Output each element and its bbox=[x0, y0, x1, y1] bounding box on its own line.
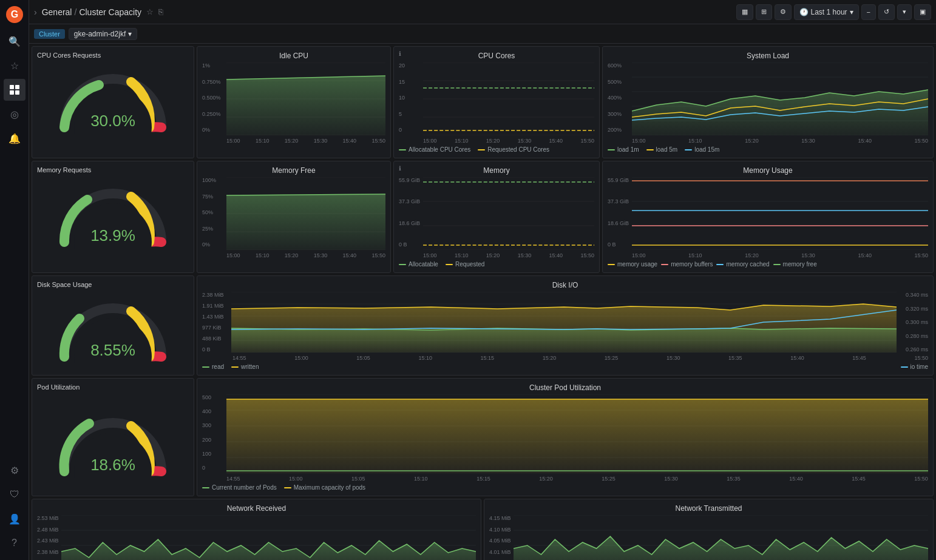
memory-usage-title: Memory Usage bbox=[608, 166, 928, 175]
svg-marker-31 bbox=[226, 194, 385, 250]
main-content: CPU Cores Requests 30.0% Idl bbox=[29, 44, 936, 560]
legend-mem-usage: memory usage bbox=[608, 261, 657, 268]
cpu-cores-chart-container: 20151050 bbox=[399, 62, 594, 144]
cluster-pod-panel: Cluster Pod Utilization 5004003002001000 bbox=[197, 378, 934, 496]
row-2: Memory Requests 13.9% Memory Free 100%75… bbox=[32, 161, 934, 273]
cpu-cores-requests-title: CPU Cores Requests bbox=[37, 52, 101, 59]
cluster-selector[interactable]: gke-admin-d2jkf ▾ bbox=[69, 28, 137, 40]
chevron-down-btn[interactable]: ▾ bbox=[897, 4, 912, 20]
sidebar-item-settings[interactable]: ⚙ bbox=[4, 459, 25, 481]
network-received-y-labels: 2.53 MiB2.48 MiB2.43 MiB2.38 MiB2.34 MiB bbox=[37, 515, 60, 560]
sidebar-item-user[interactable]: 👤 bbox=[4, 508, 25, 530]
sidebar-item-dashboards[interactable] bbox=[4, 79, 25, 101]
network-transmitted-title: Network Transmitted bbox=[489, 504, 928, 513]
system-load-chart-container: 600%500%400%300%200% bbox=[608, 62, 928, 144]
svg-marker-56 bbox=[226, 399, 928, 473]
svg-text:G: G bbox=[10, 9, 18, 19]
cluster-pod-y-labels: 5004003002001000 bbox=[202, 394, 225, 471]
time-range-picker[interactable]: 🕐 Last 1 hour ▾ bbox=[794, 4, 859, 20]
refresh-btn[interactable]: ↺ bbox=[878, 4, 895, 20]
legend-current-pods: Current number of Pods bbox=[202, 484, 277, 491]
row-3: Disk Space Usage 8.55% Disk I/O 2.38 MiB… bbox=[32, 275, 934, 376]
legend-mem-free: memory free bbox=[773, 261, 817, 268]
breadcrumb-current: Cluster Capacity bbox=[79, 7, 141, 17]
cluster-pod-legend: Current number of Pods Maximum capacity … bbox=[202, 484, 928, 491]
svg-rect-5 bbox=[15, 90, 19, 95]
cpu-cores-y-labels: 20151050 bbox=[399, 62, 422, 133]
settings-btn[interactable]: ⚙ bbox=[775, 4, 792, 20]
dashboard-settings-btn[interactable]: ▦ bbox=[736, 4, 753, 20]
clock-icon: 🕐 bbox=[799, 8, 809, 16]
sidebar-item-explore[interactable]: ◎ bbox=[4, 103, 25, 125]
info-icon: ℹ bbox=[399, 50, 401, 57]
disk-space-gauge: 8.55% bbox=[52, 293, 174, 366]
breadcrumb: General / Cluster Capacity bbox=[42, 7, 141, 17]
cpu-cores-requests-panel: CPU Cores Requests 30.0% bbox=[32, 46, 194, 158]
sidebar: G 🔍 ☆ ◎ 🔔 ⚙ 🛡 👤 ? bbox=[0, 0, 29, 560]
disk-space-value: 8.55% bbox=[90, 341, 135, 360]
memory-free-title: Memory Free bbox=[202, 166, 385, 175]
pod-utilization-gauge: 18.6% bbox=[52, 396, 174, 487]
tv-mode-btn[interactable]: ▣ bbox=[914, 4, 931, 20]
memory-usage-chart-container: 55.9 GiB37.3 GiB18.6 GiB0 B bbox=[608, 177, 928, 258]
legend-read: read bbox=[202, 363, 224, 370]
time-range-label: Last 1 hour bbox=[811, 8, 847, 16]
cluster-tag: Cluster bbox=[34, 29, 65, 39]
sidebar-item-shield[interactable]: 🛡 bbox=[4, 484, 25, 505]
sidebar-item-help[interactable]: ? bbox=[4, 532, 25, 554]
cluster-pod-x-labels: 14:5515:0015:0515:1015:1515:2015:2515:30… bbox=[226, 476, 928, 482]
network-transmitted-panel: Network Transmitted 4.15 MiB4.10 MiB4.05… bbox=[484, 499, 934, 560]
memory-chart bbox=[423, 177, 594, 251]
network-received-chart-container: 2.53 MiB2.48 MiB2.43 MiB2.38 MiB2.34 MiB bbox=[37, 515, 476, 560]
system-load-x-labels: 15:0015:1015:2015:3015:4015:50 bbox=[632, 138, 928, 144]
legend-allocatable-mem: Allocatable bbox=[399, 261, 438, 268]
share-icon[interactable]: ⎘ bbox=[158, 7, 163, 16]
app-logo[interactable]: G bbox=[5, 5, 24, 24]
idle-cpu-chart-container: 1%0.750%0.500%0.250%0% bbox=[202, 62, 385, 144]
star-icon[interactable]: ☆ bbox=[146, 7, 154, 16]
topbar: › General / Cluster Capacity ☆ ⎘ ▦ ⊞ ⚙ 🕐… bbox=[29, 0, 936, 24]
memory-chart-container: 55.9 GiB37.3 GiB18.6 GiB0 B bbox=[399, 177, 594, 258]
svg-rect-3 bbox=[15, 85, 19, 89]
cpu-cores-title: CPU Cores bbox=[399, 52, 594, 60]
cluster-value: gke-admin-d2jkf bbox=[74, 30, 126, 38]
add-panel-btn[interactable]: ⊞ bbox=[756, 4, 772, 20]
legend-load5m: load 5m bbox=[646, 146, 678, 153]
idle-cpu-y-labels: 1%0.750%0.500%0.250%0% bbox=[202, 62, 225, 133]
disk-space-title: Disk Space Usage bbox=[37, 281, 92, 288]
add-panel-icon: ⊞ bbox=[761, 8, 767, 16]
system-load-chart bbox=[632, 62, 928, 137]
disk-io-x-labels: 14:5515:0015:0515:1015:1515:2015:2515:30… bbox=[232, 355, 928, 361]
disk-io-title: Disk I/O bbox=[202, 281, 928, 289]
disk-io-y-left: 2.38 MiB1.91 MiB1.43 MiB977 KiB488 KiB0 … bbox=[202, 292, 231, 353]
svg-rect-4 bbox=[10, 90, 14, 95]
sidebar-toggle[interactable]: › bbox=[34, 7, 37, 17]
cpu-cores-chart bbox=[423, 62, 594, 137]
disk-io-chart-container: 2.38 MiB1.91 MiB1.43 MiB977 KiB488 KiB0 … bbox=[202, 292, 928, 354]
sidebar-item-starred[interactable]: ☆ bbox=[4, 55, 25, 76]
legend-mem-buffers: memory buffers bbox=[661, 261, 713, 268]
sidebar-item-alerting[interactable]: 🔔 bbox=[4, 127, 25, 149]
subnav: Cluster gke-admin-d2jkf ▾ bbox=[29, 24, 936, 44]
breadcrumb-separator: / bbox=[74, 7, 76, 17]
memory-requests-value: 13.9% bbox=[90, 226, 135, 245]
memory-free-chart bbox=[226, 177, 385, 251]
memory-title: Memory bbox=[399, 166, 594, 175]
cpu-cores-panel: ℹ CPU Cores 20151050 bbox=[393, 46, 600, 158]
idle-cpu-panel: Idle CPU 1%0.750%0.500%0.250%0% bbox=[197, 46, 391, 158]
system-load-title: System Load bbox=[608, 52, 928, 60]
memory-requests-title: Memory Requests bbox=[37, 166, 91, 174]
memory-panel: ℹ Memory 55.9 GiB37.3 GiB18.6 GiB0 B bbox=[393, 161, 600, 273]
cluster-pod-chart bbox=[226, 394, 928, 474]
disk-io-chart bbox=[231, 292, 897, 354]
legend-io-time: io time bbox=[901, 363, 928, 370]
pod-utilization-title: Pod Utilization bbox=[37, 383, 80, 391]
system-load-legend: load 1m load 5m load 15m bbox=[608, 146, 928, 153]
breadcrumb-parent[interactable]: General bbox=[42, 7, 72, 17]
zoom-out-btn[interactable]: − bbox=[861, 4, 876, 20]
disk-io-panel: Disk I/O 2.38 MiB1.91 MiB1.43 MiB977 KiB… bbox=[197, 275, 934, 376]
memory-x-labels: 15:0015:1015:2015:3015:4015:50 bbox=[423, 252, 594, 258]
memory-free-y-labels: 100%75%50%25%0% bbox=[202, 177, 225, 248]
sidebar-item-search[interactable]: 🔍 bbox=[4, 30, 25, 52]
row-1: CPU Cores Requests 30.0% Idl bbox=[32, 46, 934, 158]
